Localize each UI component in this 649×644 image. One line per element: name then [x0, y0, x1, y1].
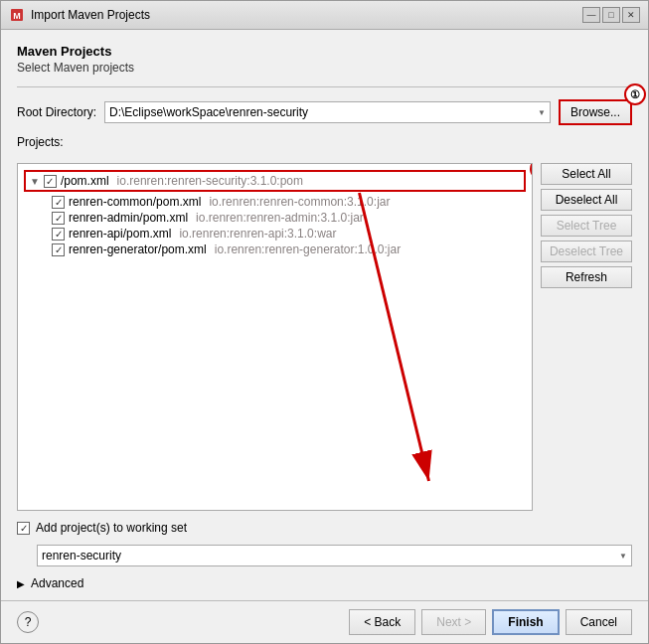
root-dir-label: Root Directory: — [17, 105, 96, 119]
child-checkbox-2[interactable] — [52, 212, 65, 225]
title-bar: M Import Maven Projects — □ ✕ — [1, 1, 648, 30]
dialog-footer: ? < Back Next > Finish Cancel — [1, 600, 648, 643]
section-subtitle: Select Maven projects — [17, 61, 632, 75]
projects-list[interactable]: ▼ /pom.xml io.renren:renren-security:3.1… — [17, 163, 533, 511]
import-maven-dialog: M Import Maven Projects — □ ✕ Maven Proj… — [0, 0, 649, 644]
child-artifact-1: io.renren:renren-common:3.1.0:jar — [209, 195, 390, 209]
back-button[interactable]: < Back — [349, 609, 415, 635]
child-artifact-2: io.renren:renren-admin:3.1.0:jar — [196, 211, 364, 225]
side-buttons: Select All Deselect All Select Tree Dese… — [541, 163, 632, 511]
working-set-combo-row: renren-security ▼ — [17, 545, 632, 566]
list-item[interactable]: renren-api/pom.xml io.renren:renren-api:… — [22, 226, 528, 242]
combo-arrow-icon: ▼ — [538, 108, 546, 117]
title-bar-left: M Import Maven Projects — [9, 7, 150, 23]
root-dir-value: D:\Eclipse\workSpace\renren-security — [109, 105, 308, 119]
working-set-checkbox[interactable] — [17, 522, 30, 535]
dialog-content: Maven Projects Select Maven projects Roo… — [1, 30, 648, 600]
finish-button[interactable]: Finish — [492, 609, 559, 635]
minimize-button[interactable]: — — [582, 7, 600, 23]
working-set-value: renren-security — [42, 549, 121, 563]
maven-icon: M — [9, 7, 25, 23]
child-artifact-3: io.renren:renren-api:3.1.0:war — [179, 227, 336, 241]
advanced-triangle-icon: ▶ — [17, 578, 25, 589]
next-button[interactable]: Next > — [421, 609, 486, 635]
advanced-label: Advanced — [31, 576, 83, 590]
expand-arrow-icon: ▼ — [30, 176, 40, 187]
working-set-combo[interactable]: renren-security ▼ — [37, 545, 632, 566]
child-checkbox-1[interactable] — [52, 196, 65, 209]
deselect-tree-button[interactable]: Deselect Tree — [541, 241, 632, 262]
child-checkbox-3[interactable] — [52, 228, 65, 241]
divider — [17, 86, 632, 87]
projects-label: Projects: — [17, 135, 632, 149]
deselect-all-button[interactable]: Deselect All — [541, 189, 632, 211]
working-set-label: Add project(s) to working set — [36, 521, 187, 535]
child-path-4: renren-generator/pom.xml — [69, 242, 207, 256]
maximize-button[interactable]: □ — [602, 7, 620, 23]
select-all-button[interactable]: Select All — [541, 163, 632, 185]
footer-left: ? — [17, 611, 39, 633]
child-artifact-4: io.renren:renren-generator:1.0.0:jar — [215, 242, 401, 256]
refresh-button[interactable]: Refresh — [541, 266, 632, 288]
child-path-3: renren-api/pom.xml — [69, 227, 171, 241]
projects-area: ▼ /pom.xml io.renren:renren-security:3.1… — [17, 163, 632, 511]
svg-text:M: M — [13, 11, 21, 21]
root-project-checkbox[interactable] — [44, 175, 57, 188]
browse-button[interactable]: Browse... — [559, 99, 632, 125]
dialog-title: Import Maven Projects — [31, 8, 150, 22]
annotation-2: ② — [530, 163, 533, 180]
root-project-item[interactable]: ▼ /pom.xml io.renren:renren-security:3.1… — [24, 170, 526, 192]
root-dir-row: Root Directory: D:\Eclipse\workSpace\ren… — [17, 99, 632, 125]
list-item[interactable]: renren-admin/pom.xml io.renren:renren-ad… — [22, 210, 528, 226]
list-item[interactable]: renren-generator/pom.xml io.renren:renre… — [22, 242, 528, 257]
advanced-row[interactable]: ▶ Advanced — [17, 576, 632, 590]
child-checkbox-4[interactable] — [52, 243, 65, 256]
working-set-arrow-icon: ▼ — [619, 552, 627, 561]
select-tree-button[interactable]: Select Tree — [541, 215, 632, 237]
child-path-2: renren-admin/pom.xml — [69, 211, 188, 225]
cancel-button[interactable]: Cancel — [566, 609, 632, 635]
list-item[interactable]: renren-common/pom.xml io.renren:renren-c… — [22, 194, 528, 210]
root-project-artifact: io.renren:renren-security:3.1.0:pom — [117, 174, 303, 188]
working-set-row: Add project(s) to working set — [17, 521, 632, 535]
help-button[interactable]: ? — [17, 611, 39, 633]
root-dir-combo[interactable]: D:\Eclipse\workSpace\renren-security ▼ — [104, 101, 551, 123]
section-title: Maven Projects — [17, 44, 632, 59]
title-bar-controls: — □ ✕ — [582, 7, 640, 23]
header-section: Maven Projects Select Maven projects — [17, 44, 632, 75]
footer-right: < Back Next > Finish Cancel — [349, 609, 632, 635]
root-project-path: /pom.xml — [61, 174, 109, 188]
close-button[interactable]: ✕ — [622, 7, 640, 23]
child-path-1: renren-common/pom.xml — [69, 195, 201, 209]
